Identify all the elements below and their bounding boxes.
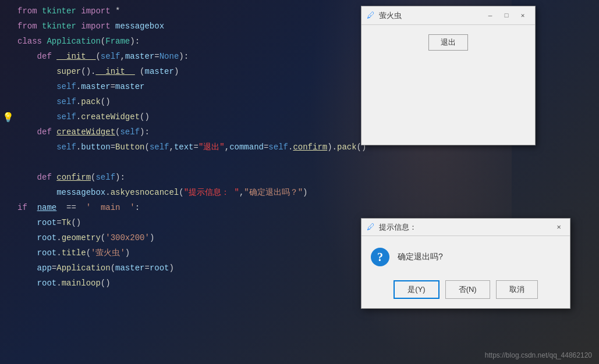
dialog-box: 🖊 提示信息： ✕ ? 确定退出吗? 是(Y) 否(N) 取消 [361, 218, 570, 309]
dialog-close-button[interactable]: ✕ [552, 222, 565, 233]
tk-minimize-button[interactable]: — [483, 10, 498, 22]
code-line-13: messagebox.askyesnocancel("提示信息： ","确定退出… [0, 186, 599, 201]
line-bullet: 💡 [1, 110, 15, 126]
tk-titlebar[interactable]: 🖊 萤火虫 — □ ✕ [361, 6, 535, 25]
dialog-body: ? 确定退出吗? [361, 236, 570, 276]
tk-app-icon: 🖊 [366, 11, 375, 20]
tk-content: 退出 [361, 25, 535, 62]
dialog-cancel-button[interactable]: 取消 [496, 280, 538, 299]
tkinter-window: 🖊 萤火虫 — □ ✕ 退出 [361, 6, 536, 145]
dialog-question-icon: ? [371, 248, 389, 266]
dialog-yes-button[interactable]: 是(Y) [394, 280, 439, 299]
tk-maximize-button[interactable]: □ [499, 10, 514, 22]
tk-window-buttons: — □ ✕ [483, 10, 530, 22]
dialog-buttons: 是(Y) 否(N) 取消 [361, 276, 570, 308]
dialog-app-icon: 🖊 [366, 223, 375, 232]
tk-window-title: 萤火虫 [379, 10, 483, 21]
watermark: https://blog.csdn.net/qq_44862120 [485, 351, 592, 359]
dialog-message: 确定退出吗? [398, 252, 443, 262]
tk-exit-button[interactable]: 退出 [428, 34, 468, 51]
tk-close-button[interactable]: ✕ [515, 10, 530, 22]
dialog-titlebar[interactable]: 🖊 提示信息： ✕ [361, 219, 570, 236]
dialog-no-button[interactable]: 否(N) [445, 280, 490, 299]
code-line-11 [0, 156, 599, 171]
code-line-14: if name == ' main ': [0, 201, 599, 216]
dialog-title: 提示信息： [379, 222, 552, 233]
code-line-12: def confirm(self): [0, 171, 599, 186]
